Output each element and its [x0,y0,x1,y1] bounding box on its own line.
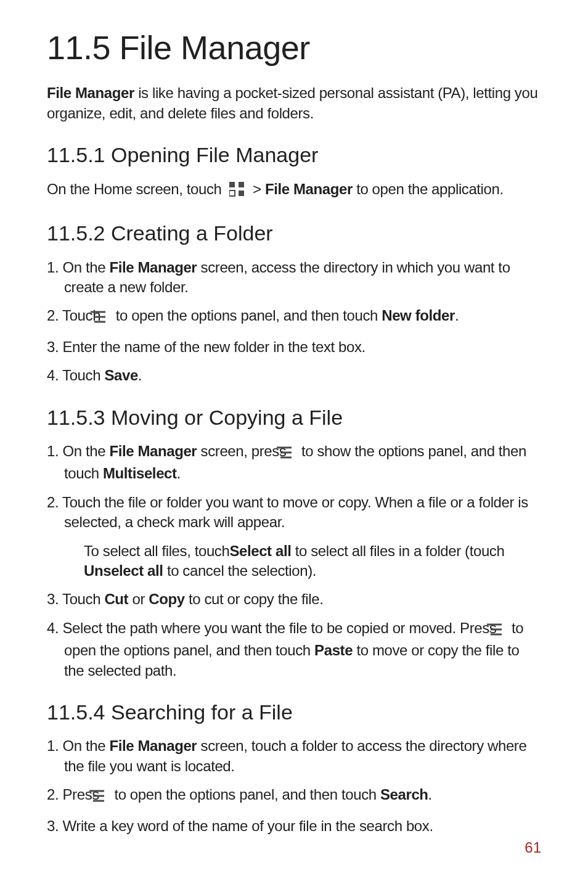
bold-text: Copy [149,591,184,607]
list-item: 3. Enter the name of the new folder in t… [47,337,541,357]
bold-text: Cut [104,591,128,607]
bold-text: Search [380,786,428,803]
text: 4. Touch [47,367,104,383]
svg-rect-2 [229,191,235,196]
list-item: 2. Touch to open the options panel, and … [47,306,541,328]
section-title: 11.5 File Manager [47,30,541,66]
text: to cancel the selection). [163,562,316,579]
text: > [253,181,265,197]
text: . [177,465,181,481]
bold-text: Select all [229,543,291,559]
bold-text: New folder [382,307,455,324]
list-item: 2. Press to open the options panel, and … [47,785,541,807]
text: or [128,591,149,607]
text: 1. On the [47,737,109,754]
bold-text: File Manager [109,259,197,276]
apps-grid-icon [229,182,245,202]
text: 3. Touch [47,591,104,607]
subsection-heading: 11.5.4 Searching for a File [47,699,541,726]
text: to open the options panel, and then touc… [116,307,382,324]
bold-text: Unselect all [84,562,163,579]
bold-text: File Manager [265,181,353,197]
bold-text: Paste [314,642,353,658]
list-item: 2. Touch the file or folder you want to … [47,493,541,533]
subsection-heading: 11.5.3 Moving or Copying a File [47,404,541,431]
intro-paragraph: File Manager is like having a pocket-siz… [47,83,541,123]
bold-text: File Manager [109,737,197,754]
list-item: 1. On the File Manager screen, access th… [47,258,541,298]
text: . [428,786,432,803]
list-item: 1. On the File Manager screen, touch a f… [47,736,541,776]
subsection-heading: 11.5.1 Opening File Manager [47,142,541,168]
svg-rect-3 [239,191,244,196]
paragraph: On the Home screen, touch > File Manager… [47,179,541,202]
text: To select all files, touch [84,543,229,559]
text: to select all files in a folder (touch [291,543,504,559]
list-item-note: To select all files, touchSelect all to … [47,541,541,581]
subsection-heading: 11.5.2 Creating a Folder [47,220,541,247]
bold-text: Multiselect [103,465,177,481]
text: to cut or copy the file. [185,591,324,607]
text: to open the application. [353,181,504,197]
text: On the Home screen, touch [47,181,226,197]
text: 1. On the [47,443,109,459]
list-item: 3. Touch Cut or Copy to cut or copy the … [47,589,541,609]
text: 4. Select the path where you want the fi… [47,620,500,636]
svg-rect-1 [239,182,244,187]
list-item: 4. Touch Save. [47,366,541,385]
bold-text: File Manager [47,84,134,101]
text: 1. On the [47,259,109,276]
list-item: 3. Write a key word of the name of your … [47,816,541,836]
list-item: 4. Select the path where you want the fi… [47,618,541,681]
text: to open the options panel, and then touc… [114,786,380,803]
page-number: 61 [525,839,541,856]
text: . [138,367,142,383]
bold-text: Save [104,367,137,383]
list-item: 1. On the File Manager screen, press to … [47,441,541,484]
svg-rect-0 [229,182,235,187]
bold-text: File Manager [109,443,197,459]
text: . [455,307,459,324]
